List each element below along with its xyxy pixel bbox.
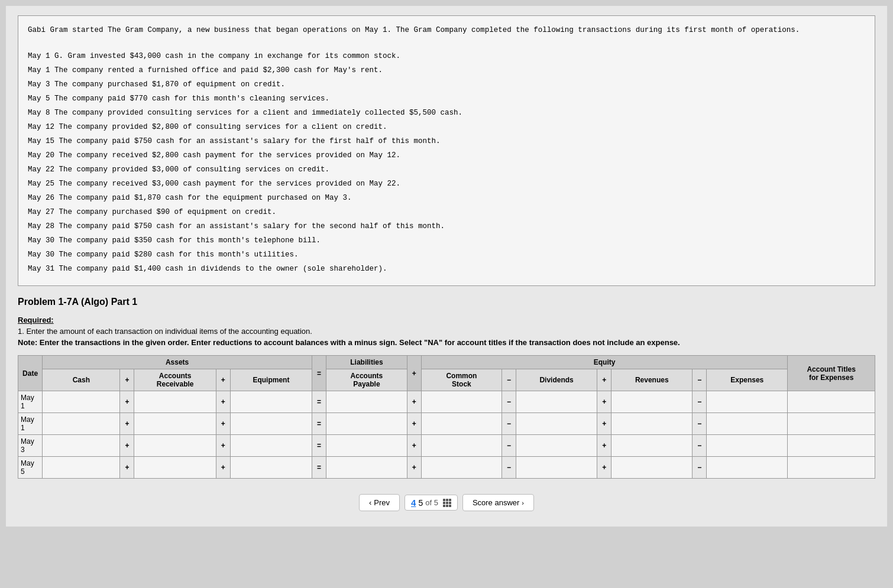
account-titles-cell[interactable] bbox=[788, 435, 875, 457]
revenues-cell[interactable] bbox=[611, 413, 693, 435]
equipment-input[interactable] bbox=[231, 457, 312, 477]
expenses-cell[interactable] bbox=[707, 413, 788, 435]
expenses-input[interactable] bbox=[707, 392, 787, 412]
op-minus1-cell: − bbox=[501, 391, 516, 413]
ap-cell[interactable] bbox=[326, 413, 407, 435]
problem-header: Problem 1-7A (Algo) Part 1 bbox=[18, 297, 875, 307]
required-section: Required: 1. Enter the amount of each tr… bbox=[18, 316, 875, 347]
op-plus-cell: + bbox=[120, 435, 134, 457]
common-stock-input[interactable] bbox=[422, 457, 501, 477]
account-titles-cell[interactable] bbox=[788, 413, 875, 435]
revenues-input[interactable] bbox=[611, 392, 692, 412]
date-cell: May 1 bbox=[18, 391, 43, 413]
revenues-input[interactable] bbox=[611, 414, 692, 434]
ap-input[interactable] bbox=[326, 392, 407, 412]
op-minus1-cell: − bbox=[501, 457, 516, 479]
dividends-cell[interactable] bbox=[516, 457, 597, 479]
transaction-item: May 30 The company paid $280 cash for th… bbox=[28, 249, 865, 261]
cash-cell[interactable] bbox=[43, 391, 120, 413]
transaction-item: May 27 The company purchased $90 of equi… bbox=[28, 206, 865, 218]
dividends-input[interactable] bbox=[516, 457, 597, 477]
expenses-input[interactable] bbox=[707, 436, 787, 456]
equipment-input[interactable] bbox=[231, 414, 312, 434]
revenues-input[interactable] bbox=[611, 457, 692, 477]
ar-cell[interactable] bbox=[134, 457, 216, 479]
equipment-cell[interactable] bbox=[230, 457, 312, 479]
common-stock-input[interactable] bbox=[422, 414, 501, 434]
op-plus-liab: + bbox=[407, 356, 421, 391]
prev-button[interactable]: ‹ Prev bbox=[359, 494, 400, 511]
common-stock-input[interactable] bbox=[422, 392, 501, 412]
equipment-cell[interactable] bbox=[230, 391, 312, 413]
cash-input[interactable] bbox=[43, 457, 119, 477]
ap-cell[interactable] bbox=[326, 435, 407, 457]
op-minus2-cell: − bbox=[693, 457, 707, 479]
ar-input[interactable] bbox=[134, 392, 215, 412]
equipment-cell[interactable] bbox=[230, 413, 312, 435]
revenues-cell[interactable] bbox=[611, 391, 693, 413]
op-minus2-cell: − bbox=[693, 391, 707, 413]
page-indicator: 4 5 of 5 bbox=[405, 495, 458, 511]
cash-cell[interactable] bbox=[43, 413, 120, 435]
op-plus3-cell: + bbox=[407, 391, 421, 413]
page-next[interactable]: 5 bbox=[418, 498, 423, 508]
revenues-cell[interactable] bbox=[611, 457, 693, 479]
ap-input[interactable] bbox=[326, 436, 407, 456]
ar-input[interactable] bbox=[134, 414, 215, 434]
dividends-input[interactable] bbox=[516, 414, 597, 434]
equipment-input[interactable] bbox=[231, 392, 312, 412]
expenses-input[interactable] bbox=[707, 414, 787, 434]
cash-cell[interactable] bbox=[43, 435, 120, 457]
account-titles-input[interactable] bbox=[788, 457, 875, 477]
account-titles-input[interactable] bbox=[788, 392, 875, 412]
col-common-stock: CommonStock bbox=[421, 369, 501, 391]
ar-cell[interactable] bbox=[134, 391, 216, 413]
op-plus2-cell: + bbox=[216, 391, 230, 413]
account-titles-input[interactable] bbox=[788, 414, 875, 434]
account-titles-input[interactable] bbox=[788, 436, 875, 456]
expenses-input[interactable] bbox=[707, 457, 787, 477]
cash-input[interactable] bbox=[43, 414, 119, 434]
dividends-cell[interactable] bbox=[516, 435, 597, 457]
common-stock-cell[interactable] bbox=[421, 391, 501, 413]
date-cell: May 3 bbox=[18, 435, 43, 457]
common-stock-input[interactable] bbox=[422, 436, 501, 456]
ap-input[interactable] bbox=[326, 414, 407, 434]
expenses-cell[interactable] bbox=[707, 435, 788, 457]
common-stock-cell[interactable] bbox=[421, 435, 501, 457]
score-button[interactable]: Score answer › bbox=[462, 494, 534, 511]
ar-cell[interactable] bbox=[134, 413, 216, 435]
common-stock-cell[interactable] bbox=[421, 413, 501, 435]
equipment-cell[interactable] bbox=[230, 435, 312, 457]
revenues-input[interactable] bbox=[611, 436, 692, 456]
dividends-input[interactable] bbox=[516, 392, 597, 412]
page-current[interactable]: 4 bbox=[411, 498, 416, 508]
col-revenues: Revenues bbox=[611, 369, 693, 391]
transaction-item: May 1 G. Gram invested $43,000 cash in t… bbox=[28, 50, 865, 62]
cash-cell[interactable] bbox=[43, 457, 120, 479]
ap-cell[interactable] bbox=[326, 391, 407, 413]
op-plus4-cell: + bbox=[597, 391, 611, 413]
account-titles-cell[interactable] bbox=[788, 391, 875, 413]
transaction-item: May 8 The company provided consulting se… bbox=[28, 107, 865, 119]
cash-input[interactable] bbox=[43, 392, 119, 412]
op-minus1: − bbox=[501, 369, 516, 391]
ar-cell[interactable] bbox=[134, 435, 216, 457]
dividends-cell[interactable] bbox=[516, 391, 597, 413]
dividends-input[interactable] bbox=[516, 436, 597, 456]
transaction-item: May 25 The company received $3,000 cash … bbox=[28, 178, 865, 190]
prev-label: Prev bbox=[374, 498, 390, 507]
ar-input[interactable] bbox=[134, 457, 215, 477]
common-stock-cell[interactable] bbox=[421, 457, 501, 479]
ap-cell[interactable] bbox=[326, 457, 407, 479]
expenses-cell[interactable] bbox=[707, 457, 788, 479]
account-titles-cell[interactable] bbox=[788, 457, 875, 479]
expenses-cell[interactable] bbox=[707, 391, 788, 413]
transaction-item: May 31 The company paid $1,400 cash in d… bbox=[28, 263, 865, 275]
ap-input[interactable] bbox=[326, 457, 407, 477]
equipment-input[interactable] bbox=[231, 436, 312, 456]
dividends-cell[interactable] bbox=[516, 413, 597, 435]
ar-input[interactable] bbox=[134, 436, 215, 456]
cash-input[interactable] bbox=[43, 436, 119, 456]
revenues-cell[interactable] bbox=[611, 435, 693, 457]
